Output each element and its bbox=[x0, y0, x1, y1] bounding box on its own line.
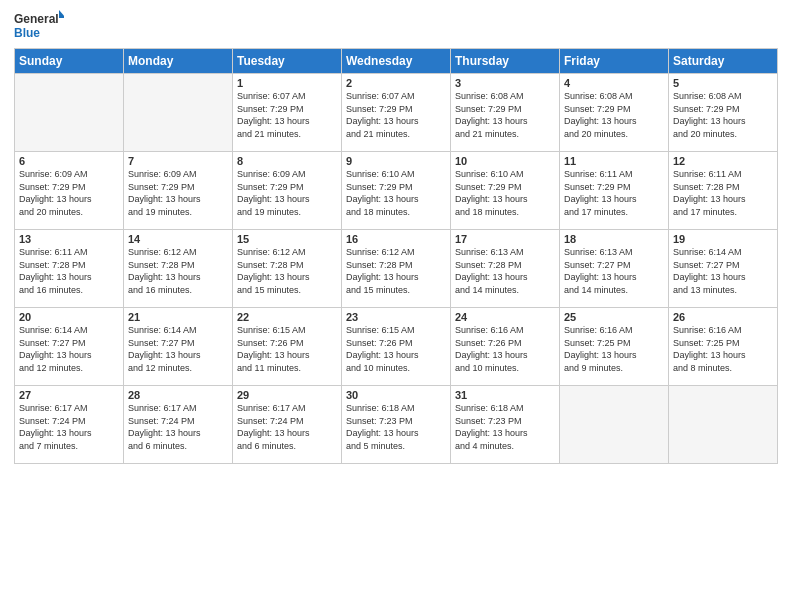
calendar-day-cell: 17Sunrise: 6:13 AM Sunset: 7:28 PM Dayli… bbox=[451, 230, 560, 308]
calendar-day-header: Wednesday bbox=[342, 49, 451, 74]
calendar-day-cell: 27Sunrise: 6:17 AM Sunset: 7:24 PM Dayli… bbox=[15, 386, 124, 464]
calendar-day-cell: 7Sunrise: 6:09 AM Sunset: 7:29 PM Daylig… bbox=[124, 152, 233, 230]
day-info: Sunrise: 6:10 AM Sunset: 7:29 PM Dayligh… bbox=[455, 168, 555, 218]
day-number: 27 bbox=[19, 389, 119, 401]
day-info: Sunrise: 6:12 AM Sunset: 7:28 PM Dayligh… bbox=[128, 246, 228, 296]
logo: General Blue bbox=[14, 10, 64, 42]
header: General Blue bbox=[14, 10, 778, 42]
calendar-day-cell: 24Sunrise: 6:16 AM Sunset: 7:26 PM Dayli… bbox=[451, 308, 560, 386]
day-number: 16 bbox=[346, 233, 446, 245]
day-info: Sunrise: 6:11 AM Sunset: 7:28 PM Dayligh… bbox=[19, 246, 119, 296]
calendar-day-cell: 13Sunrise: 6:11 AM Sunset: 7:28 PM Dayli… bbox=[15, 230, 124, 308]
calendar-day-cell: 14Sunrise: 6:12 AM Sunset: 7:28 PM Dayli… bbox=[124, 230, 233, 308]
day-info: Sunrise: 6:09 AM Sunset: 7:29 PM Dayligh… bbox=[237, 168, 337, 218]
calendar-table: SundayMondayTuesdayWednesdayThursdayFrid… bbox=[14, 48, 778, 464]
calendar-day-cell: 10Sunrise: 6:10 AM Sunset: 7:29 PM Dayli… bbox=[451, 152, 560, 230]
calendar-day-cell: 30Sunrise: 6:18 AM Sunset: 7:23 PM Dayli… bbox=[342, 386, 451, 464]
day-info: Sunrise: 6:07 AM Sunset: 7:29 PM Dayligh… bbox=[237, 90, 337, 140]
day-number: 4 bbox=[564, 77, 664, 89]
svg-text:General: General bbox=[14, 12, 59, 26]
day-number: 20 bbox=[19, 311, 119, 323]
calendar-day-cell: 29Sunrise: 6:17 AM Sunset: 7:24 PM Dayli… bbox=[233, 386, 342, 464]
day-number: 6 bbox=[19, 155, 119, 167]
day-number: 21 bbox=[128, 311, 228, 323]
calendar-day-cell bbox=[560, 386, 669, 464]
calendar-day-cell: 2Sunrise: 6:07 AM Sunset: 7:29 PM Daylig… bbox=[342, 74, 451, 152]
calendar-day-cell: 1Sunrise: 6:07 AM Sunset: 7:29 PM Daylig… bbox=[233, 74, 342, 152]
day-info: Sunrise: 6:09 AM Sunset: 7:29 PM Dayligh… bbox=[128, 168, 228, 218]
calendar-day-cell bbox=[669, 386, 778, 464]
day-info: Sunrise: 6:16 AM Sunset: 7:26 PM Dayligh… bbox=[455, 324, 555, 374]
day-number: 31 bbox=[455, 389, 555, 401]
calendar-day-cell: 15Sunrise: 6:12 AM Sunset: 7:28 PM Dayli… bbox=[233, 230, 342, 308]
day-info: Sunrise: 6:07 AM Sunset: 7:29 PM Dayligh… bbox=[346, 90, 446, 140]
calendar-day-cell: 6Sunrise: 6:09 AM Sunset: 7:29 PM Daylig… bbox=[15, 152, 124, 230]
calendar-day-cell: 5Sunrise: 6:08 AM Sunset: 7:29 PM Daylig… bbox=[669, 74, 778, 152]
calendar-day-cell: 18Sunrise: 6:13 AM Sunset: 7:27 PM Dayli… bbox=[560, 230, 669, 308]
day-info: Sunrise: 6:17 AM Sunset: 7:24 PM Dayligh… bbox=[128, 402, 228, 452]
calendar-week-row: 6Sunrise: 6:09 AM Sunset: 7:29 PM Daylig… bbox=[15, 152, 778, 230]
day-number: 24 bbox=[455, 311, 555, 323]
day-info: Sunrise: 6:13 AM Sunset: 7:27 PM Dayligh… bbox=[564, 246, 664, 296]
day-info: Sunrise: 6:09 AM Sunset: 7:29 PM Dayligh… bbox=[19, 168, 119, 218]
day-number: 14 bbox=[128, 233, 228, 245]
day-number: 2 bbox=[346, 77, 446, 89]
calendar-day-cell: 23Sunrise: 6:15 AM Sunset: 7:26 PM Dayli… bbox=[342, 308, 451, 386]
day-number: 3 bbox=[455, 77, 555, 89]
calendar-week-row: 27Sunrise: 6:17 AM Sunset: 7:24 PM Dayli… bbox=[15, 386, 778, 464]
day-number: 19 bbox=[673, 233, 773, 245]
day-number: 5 bbox=[673, 77, 773, 89]
day-info: Sunrise: 6:16 AM Sunset: 7:25 PM Dayligh… bbox=[564, 324, 664, 374]
day-info: Sunrise: 6:08 AM Sunset: 7:29 PM Dayligh… bbox=[455, 90, 555, 140]
day-number: 8 bbox=[237, 155, 337, 167]
day-info: Sunrise: 6:08 AM Sunset: 7:29 PM Dayligh… bbox=[564, 90, 664, 140]
calendar-day-cell bbox=[15, 74, 124, 152]
day-info: Sunrise: 6:10 AM Sunset: 7:29 PM Dayligh… bbox=[346, 168, 446, 218]
day-number: 7 bbox=[128, 155, 228, 167]
calendar-day-cell: 31Sunrise: 6:18 AM Sunset: 7:23 PM Dayli… bbox=[451, 386, 560, 464]
calendar-day-cell bbox=[124, 74, 233, 152]
day-info: Sunrise: 6:14 AM Sunset: 7:27 PM Dayligh… bbox=[19, 324, 119, 374]
calendar-day-cell: 11Sunrise: 6:11 AM Sunset: 7:29 PM Dayli… bbox=[560, 152, 669, 230]
calendar-week-row: 20Sunrise: 6:14 AM Sunset: 7:27 PM Dayli… bbox=[15, 308, 778, 386]
day-number: 15 bbox=[237, 233, 337, 245]
calendar-day-cell: 26Sunrise: 6:16 AM Sunset: 7:25 PM Dayli… bbox=[669, 308, 778, 386]
day-number: 28 bbox=[128, 389, 228, 401]
day-number: 1 bbox=[237, 77, 337, 89]
calendar-day-header: Friday bbox=[560, 49, 669, 74]
day-number: 12 bbox=[673, 155, 773, 167]
day-number: 11 bbox=[564, 155, 664, 167]
day-number: 17 bbox=[455, 233, 555, 245]
calendar-day-cell: 25Sunrise: 6:16 AM Sunset: 7:25 PM Dayli… bbox=[560, 308, 669, 386]
day-info: Sunrise: 6:15 AM Sunset: 7:26 PM Dayligh… bbox=[237, 324, 337, 374]
calendar-day-cell: 28Sunrise: 6:17 AM Sunset: 7:24 PM Dayli… bbox=[124, 386, 233, 464]
calendar-day-cell: 9Sunrise: 6:10 AM Sunset: 7:29 PM Daylig… bbox=[342, 152, 451, 230]
day-number: 23 bbox=[346, 311, 446, 323]
day-info: Sunrise: 6:14 AM Sunset: 7:27 PM Dayligh… bbox=[128, 324, 228, 374]
calendar-day-cell: 8Sunrise: 6:09 AM Sunset: 7:29 PM Daylig… bbox=[233, 152, 342, 230]
day-number: 29 bbox=[237, 389, 337, 401]
day-info: Sunrise: 6:15 AM Sunset: 7:26 PM Dayligh… bbox=[346, 324, 446, 374]
calendar-day-cell: 22Sunrise: 6:15 AM Sunset: 7:26 PM Dayli… bbox=[233, 308, 342, 386]
page-container: General Blue SundayMondayTuesdayWednesda… bbox=[0, 0, 792, 474]
svg-text:Blue: Blue bbox=[14, 26, 40, 40]
calendar-day-header: Saturday bbox=[669, 49, 778, 74]
calendar-day-header: Monday bbox=[124, 49, 233, 74]
day-info: Sunrise: 6:16 AM Sunset: 7:25 PM Dayligh… bbox=[673, 324, 773, 374]
calendar-day-cell: 12Sunrise: 6:11 AM Sunset: 7:28 PM Dayli… bbox=[669, 152, 778, 230]
calendar-day-header: Thursday bbox=[451, 49, 560, 74]
day-info: Sunrise: 6:12 AM Sunset: 7:28 PM Dayligh… bbox=[346, 246, 446, 296]
logo-svg: General Blue bbox=[14, 10, 64, 42]
calendar-day-cell: 19Sunrise: 6:14 AM Sunset: 7:27 PM Dayli… bbox=[669, 230, 778, 308]
calendar-day-cell: 20Sunrise: 6:14 AM Sunset: 7:27 PM Dayli… bbox=[15, 308, 124, 386]
day-info: Sunrise: 6:14 AM Sunset: 7:27 PM Dayligh… bbox=[673, 246, 773, 296]
day-info: Sunrise: 6:17 AM Sunset: 7:24 PM Dayligh… bbox=[237, 402, 337, 452]
day-number: 10 bbox=[455, 155, 555, 167]
day-info: Sunrise: 6:17 AM Sunset: 7:24 PM Dayligh… bbox=[19, 402, 119, 452]
day-info: Sunrise: 6:12 AM Sunset: 7:28 PM Dayligh… bbox=[237, 246, 337, 296]
day-info: Sunrise: 6:18 AM Sunset: 7:23 PM Dayligh… bbox=[346, 402, 446, 452]
calendar-day-cell: 16Sunrise: 6:12 AM Sunset: 7:28 PM Dayli… bbox=[342, 230, 451, 308]
svg-marker-2 bbox=[59, 10, 64, 18]
day-number: 25 bbox=[564, 311, 664, 323]
calendar-week-row: 1Sunrise: 6:07 AM Sunset: 7:29 PM Daylig… bbox=[15, 74, 778, 152]
